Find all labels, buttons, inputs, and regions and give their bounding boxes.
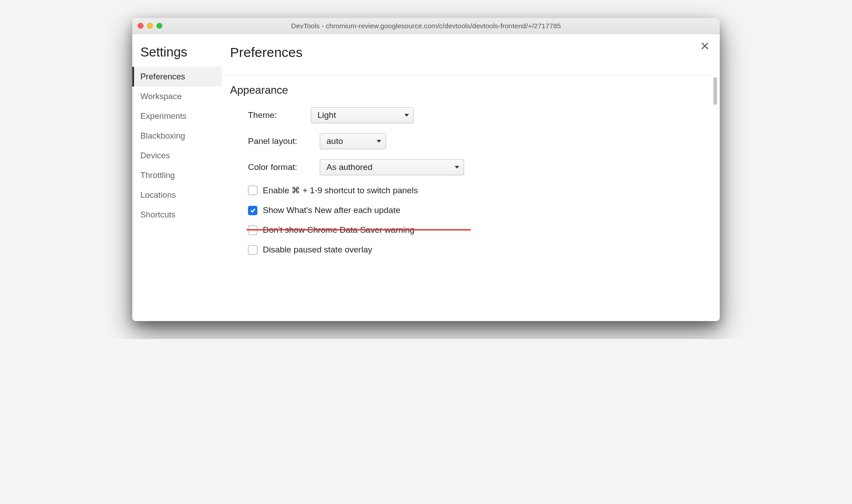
checkbox-label: Enable ⌘ + 1-9 shortcut to switch panels <box>263 185 418 196</box>
color-format-row: Color format: As authored <box>248 159 704 175</box>
close-icon[interactable]: ✕ <box>700 40 710 52</box>
theme-select-value: Light <box>317 110 336 120</box>
devtools-window: DevTools - chromium-review.googlesource.… <box>132 18 720 321</box>
sidebar-item-label: Blackboxing <box>140 131 185 140</box>
checkbox-row-whats-new[interactable]: Show What's New after each update <box>248 205 704 215</box>
sidebar-item-label: Workspace <box>140 91 182 101</box>
page-title: Preferences <box>230 45 704 60</box>
scrollbar-thumb[interactable] <box>713 77 717 105</box>
content-area: Settings Preferences Workspace Experimen… <box>132 34 720 321</box>
color-format-select-value: As authored <box>326 162 372 172</box>
chevron-down-icon <box>455 166 459 169</box>
section-title-appearance: Appearance <box>230 84 704 96</box>
color-format-label: Color format: <box>248 162 320 172</box>
divider <box>222 74 712 75</box>
checkbox-label: Don't show Chrome Data Saver warning <box>263 225 414 235</box>
sidebar-item-workspace[interactable]: Workspace <box>132 87 222 106</box>
checkbox-row-paused-overlay[interactable]: Disable paused state overlay <box>248 245 704 255</box>
sidebar-item-label: Experiments <box>140 111 187 121</box>
color-format-select[interactable]: As authored <box>320 159 464 175</box>
main-panel: ✕ Preferences Appearance Theme: Light Pa… <box>222 34 720 321</box>
checkbox-data-saver[interactable] <box>248 226 257 235</box>
sidebar-item-experiments[interactable]: Experiments <box>132 106 222 126</box>
sidebar-item-label: Devices <box>140 151 170 160</box>
sidebar-item-throttling[interactable]: Throttling <box>132 165 222 185</box>
sidebar-item-label: Throttling <box>140 170 175 180</box>
sidebar-item-locations[interactable]: Locations <box>132 185 222 205</box>
panel-layout-select[interactable]: auto <box>320 133 386 149</box>
checkbox-shortcut[interactable] <box>248 186 257 195</box>
traffic-lights <box>138 23 162 29</box>
checkmark-icon <box>250 207 256 213</box>
chevron-down-icon <box>404 114 409 117</box>
sidebar-item-label: Shortcuts <box>140 210 175 219</box>
checkbox-label: Disable paused state overlay <box>263 245 372 255</box>
sidebar-item-shortcuts[interactable]: Shortcuts <box>132 205 222 225</box>
sidebar-title: Settings <box>132 45 222 67</box>
panel-layout-select-value: auto <box>326 136 343 146</box>
chevron-down-icon <box>377 140 381 143</box>
sidebar-item-blackboxing[interactable]: Blackboxing <box>132 126 222 146</box>
theme-row: Theme: Light <box>248 107 704 123</box>
window-title: DevTools - chromium-review.googlesource.… <box>132 22 720 30</box>
sidebar-item-label: Locations <box>140 190 176 200</box>
close-window-button[interactable] <box>138 23 143 29</box>
checkbox-paused-overlay[interactable] <box>248 245 257 255</box>
checkbox-whats-new[interactable] <box>248 206 257 215</box>
panel-layout-label: Panel layout: <box>248 136 320 146</box>
minimize-window-button[interactable] <box>147 23 153 29</box>
checkbox-label: Show What's New after each update <box>263 205 400 215</box>
titlebar: DevTools - chromium-review.googlesource.… <box>132 18 720 34</box>
theme-select[interactable]: Light <box>311 107 414 123</box>
checkbox-row-shortcut[interactable]: Enable ⌘ + 1-9 shortcut to switch panels <box>248 185 704 196</box>
panel-layout-row: Panel layout: auto <box>248 133 704 149</box>
sidebar-item-preferences[interactable]: Preferences <box>132 67 222 87</box>
checkbox-row-data-saver[interactable]: Don't show Chrome Data Saver warning <box>248 225 704 235</box>
sidebar-item-label: Preferences <box>140 72 185 81</box>
settings-sidebar: Settings Preferences Workspace Experimen… <box>132 34 222 321</box>
maximize-window-button[interactable] <box>156 23 162 29</box>
theme-label: Theme: <box>248 110 311 120</box>
sidebar-item-devices[interactable]: Devices <box>132 146 222 165</box>
